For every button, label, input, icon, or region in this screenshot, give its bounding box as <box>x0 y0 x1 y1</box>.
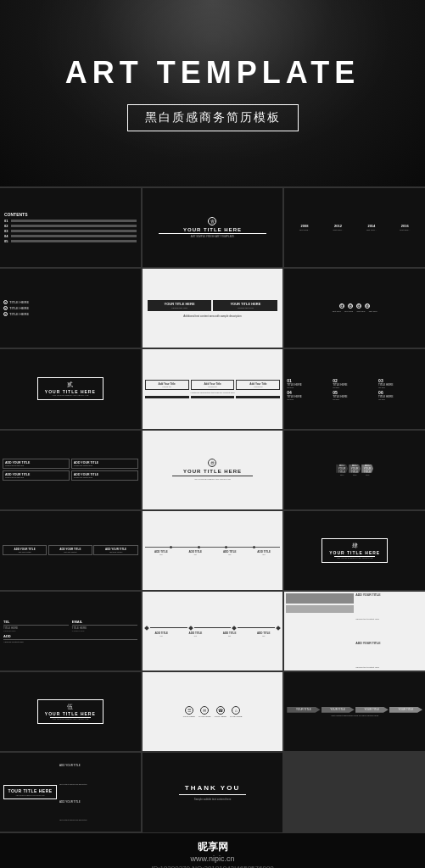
slide-photo-col: ADD YOUR TITLE Sample text content here … <box>284 592 425 670</box>
thank-you-text: THANK YOU <box>185 784 240 792</box>
slide-icon-1: 壹 <box>208 217 216 225</box>
slide-circle-icons: ☰ TITLE HERE ✉ TITLE HERE ☎ TITLE HERE ⌂… <box>143 672 283 751</box>
hero-subtitle-box: 黑白质感商务简历模板 <box>127 104 299 131</box>
hero-title: ART TEMPLATE <box>65 55 360 91</box>
slide-pentagon-flow: ADDYOURTITLE 2014 ADDYOURTITLE 2015 ADDY… <box>284 431 425 509</box>
footer-id: ID:19290370 NO:20181042I4658576000 <box>0 865 425 869</box>
footer: 昵享网 www.nipic.cn ID:19290370 NO:20181042… <box>0 832 425 869</box>
slide-subtitle: ART SIMPLE FRESH ART TEMPLATE <box>191 235 235 238</box>
slide-title-center-white: 叁 YOUR TITLE HERE ART SIMPLE FRESH ART T… <box>143 431 283 509</box>
slide-diamond-timeline: ADD TITLE text ADD TITLE text ADD TITLE … <box>143 592 283 670</box>
slide-three-boxes: ADD YOUR TITLE Text here content ADD YOU… <box>0 511 141 590</box>
slide-contents: CONTENTS 01 02 03 04 05 <box>0 188 141 267</box>
slide-timeline-horizontal: ADD TITLE text ADD TITLE text ADD TITLE … <box>143 511 283 590</box>
slide-thank-you: THANK YOU Sample subtitle text content h… <box>143 753 283 832</box>
slide-title-icon-2: 肆 YOUR TITLE HERE ART SIMPLE FRESH ART T… <box>284 511 425 590</box>
slide-numbered-grid: 01 TITLE HERE text here 02 TITLE HERE te… <box>284 349 425 428</box>
email-label: EMAIL <box>72 620 137 626</box>
footer-logo: 昵享网 <box>0 840 425 854</box>
tour-tile-title: TOUR TITLE HERE <box>7 788 53 793</box>
slides-grid: CONTENTS 01 02 03 04 05 壹 YOUR TITLE HER… <box>0 186 425 832</box>
contents-row-2: 02 <box>4 224 137 228</box>
slide-title-icon: 贰 YOUR TITLE HERE ART SIMPLE FRESH ART T… <box>0 349 141 428</box>
slide-two-col-title: YOUR TITLE HERE Sample text here YOUR TI… <box>143 269 283 348</box>
tel-label: TEL <box>3 620 69 626</box>
contents-row-5: 05 <box>4 239 137 243</box>
slide-your-title: YOUR TITLE HERE <box>183 227 242 232</box>
slide-numbers-row: 01 02 03 04 Text here Text here Text her… <box>284 269 425 348</box>
slide-two-col-boxes: ADD YOUR TITLE Sample text content here … <box>0 431 141 509</box>
slide-list-icons: ✦ TITLE HERE ✦ TITLE HERE ✦ TITLE HERE <box>0 269 141 348</box>
slide-add-title-boxes: Add Your Title Sample text Add Your Titl… <box>143 349 283 428</box>
slide-tel-email: TEL TITLE HERE Content here EMAIL TITLE … <box>0 592 141 670</box>
contents-row-1: 01 <box>4 219 137 223</box>
slide-timeline-years: 2008 Text here... 2012 Text here... 2014… <box>284 188 425 267</box>
slide-icon-dark: 叁 <box>208 459 216 467</box>
footer-url: www.nipic.cn <box>0 854 425 863</box>
hero-subtitle: 黑白质感商务简历模板 <box>145 110 281 125</box>
contents-row-4: 04 <box>4 234 137 238</box>
slide-arrows-title: YOUR TITLE YOUR TITLE YOUR TITLE YOUR TI… <box>284 672 425 751</box>
slide-title-icon-3: 伍 YOUR TITLE HERE ART SIMPLE FRESH ART T… <box>0 672 141 751</box>
add-label: ADD <box>3 634 137 640</box>
slide-title-center: 壹 YOUR TITLE HERE ART SIMPLE FRESH ART T… <box>143 188 283 267</box>
contents-title: CONTENTS <box>4 212 28 217</box>
slide-tour-tile: TOUR TITLE HERE ART SIMPLY FRESH ART TEM… <box>0 753 141 832</box>
contents-row-3: 03 <box>4 229 137 233</box>
hero-section: ART TEMPLATE 黑白质感商务简历模板 <box>0 0 425 186</box>
